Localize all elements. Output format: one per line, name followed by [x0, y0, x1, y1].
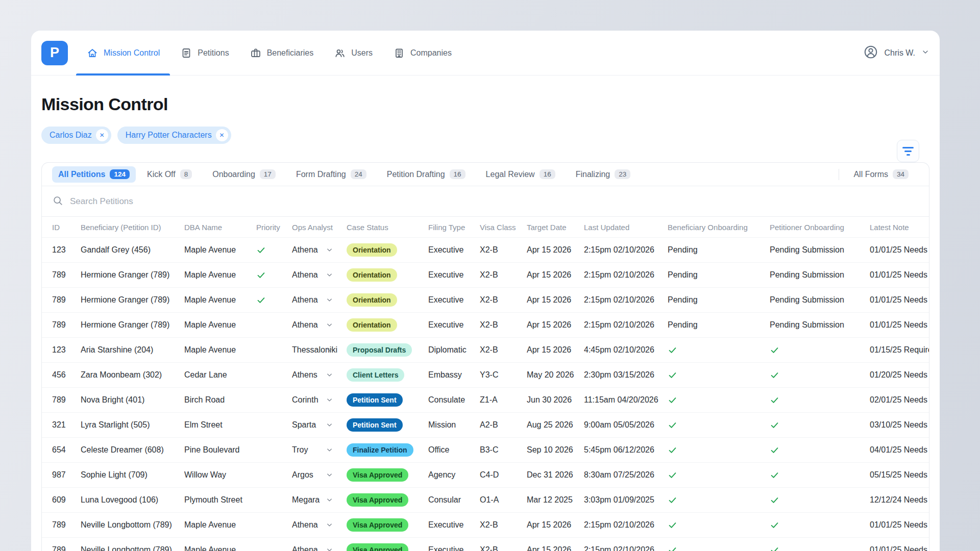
- check-icon: [668, 495, 770, 505]
- last-updated: 5:45pm 06/12/2026: [584, 445, 668, 455]
- ops-analyst-dropdown[interactable]: Athens: [292, 370, 347, 380]
- beneficiary-name: Zara Moonbeam (302): [81, 370, 184, 380]
- last-updated: 11:15am 04/20/2026: [584, 395, 668, 405]
- petitioner-onboarding-cell: Pending Submission: [770, 270, 870, 280]
- nav-item-petitions[interactable]: Petitions: [170, 31, 239, 76]
- dba-name: Maple Avenue: [184, 295, 256, 305]
- app-logo[interactable]: P: [41, 41, 68, 65]
- priority-check-icon: [256, 270, 292, 280]
- dba-name: Willow Way: [184, 470, 256, 480]
- last-updated: 3:03pm 01/09/2025: [584, 495, 668, 505]
- table-row[interactable]: 609 Luna Lovegood (106) Plymouth Street …: [42, 487, 929, 512]
- tab-all-petitions[interactable]: All Petitions 124: [52, 166, 136, 183]
- target-date: Apr 15 2026: [527, 270, 584, 280]
- table-row[interactable]: 654 Celeste Dreamer (608) Pine Boulevard…: [42, 437, 929, 462]
- column-header: Filing Type: [428, 223, 480, 232]
- ops-analyst-dropdown[interactable]: Athena: [292, 245, 347, 255]
- table-row[interactable]: 123 Aria Starshine (204) Maple Avenue Th…: [42, 337, 929, 362]
- ops-analyst-dropdown[interactable]: Athena: [292, 520, 347, 530]
- nav-item-mission-control[interactable]: Mission Control: [76, 31, 170, 76]
- ops-analyst-dropdown[interactable]: Athena: [292, 320, 347, 330]
- beneficiary-onboarding-cell: Pending: [668, 270, 770, 280]
- last-updated: 2:15pm 02/10/2026: [584, 270, 668, 280]
- table-row[interactable]: 456 Zara Moonbeam (302) Cedar Lane Athen…: [42, 362, 929, 387]
- case-status-badge: Proposal Drafts: [347, 343, 412, 357]
- case-status-badge: Visa Approved: [347, 493, 408, 507]
- nav-item-users[interactable]: Users: [324, 31, 383, 76]
- count-badge: 34: [893, 169, 909, 179]
- tab-kick-off[interactable]: Kick Off 8: [141, 166, 198, 183]
- filter-chip[interactable]: Carlos Diaz ✕: [41, 127, 111, 144]
- user-name: Chris W.: [885, 48, 915, 58]
- nav-item-beneficiaries[interactable]: Beneficiaries: [239, 31, 324, 76]
- petition-id: 654: [52, 445, 81, 455]
- ops-analyst-dropdown[interactable]: Athena: [292, 545, 347, 551]
- dba-name: Maple Avenue: [184, 245, 256, 255]
- case-status-badge: Petition Sent: [347, 393, 403, 407]
- case-status-badge: Visa Approved: [347, 468, 408, 482]
- filing-type: Executive: [428, 295, 480, 305]
- table-row[interactable]: 123 Gandalf Grey (456) Maple Avenue Athe…: [42, 237, 929, 262]
- ops-analyst-dropdown[interactable]: Athena: [292, 270, 347, 280]
- latest-note: 01/01/25 Needs to cor: [870, 245, 929, 255]
- table-row[interactable]: 789 Neville Longbottom (789) Maple Avenu…: [42, 537, 929, 551]
- user-menu[interactable]: Chris W.: [863, 44, 929, 62]
- target-date: Apr 15 2026: [527, 520, 584, 530]
- visa-class: Y3-C: [480, 370, 527, 380]
- table-row[interactable]: 789 Neville Longbottom (789) Maple Avenu…: [42, 512, 929, 537]
- latest-note: 01/01/25 Needs to cor: [870, 520, 929, 530]
- beneficiary-name: Luna Lovegood (106): [81, 495, 184, 505]
- tab-onboarding[interactable]: Onboarding 17: [206, 166, 282, 183]
- table-row[interactable]: 789 Nova Bright (401) Birch Road Corinth…: [42, 387, 929, 412]
- ops-analyst-dropdown[interactable]: Troy: [292, 445, 347, 455]
- petition-id: 987: [52, 470, 81, 480]
- filter-lines-icon: [902, 147, 914, 148]
- ops-analyst-dropdown[interactable]: Athena: [292, 295, 347, 305]
- dba-name: Plymouth Street: [184, 495, 256, 505]
- tab-form-drafting[interactable]: Form Drafting 24: [290, 166, 373, 183]
- last-updated: 8:30am 07/25/2026: [584, 470, 668, 480]
- search-input[interactable]: [70, 196, 919, 207]
- table-row[interactable]: 321 Lyra Starlight (505) Elm Street Spar…: [42, 412, 929, 437]
- visa-class: X2-B: [480, 345, 527, 355]
- case-status-badge: Orientation: [347, 268, 397, 282]
- tab-legal-review[interactable]: Legal Review 16: [480, 166, 561, 183]
- ops-analyst-dropdown[interactable]: Corinth: [292, 395, 347, 405]
- count-badge: 124: [110, 169, 130, 179]
- filter-chips: Carlos Diaz ✕ Harry Potter Characters ✕: [41, 127, 929, 144]
- close-icon[interactable]: ✕: [216, 129, 228, 141]
- beneficiary-onboarding-cell: Pending: [668, 245, 770, 255]
- column-header: Target Date: [527, 223, 584, 232]
- ops-analyst-dropdown[interactable]: Thessaloniki: [292, 345, 347, 355]
- filter-button[interactable]: [897, 140, 919, 162]
- close-icon[interactable]: ✕: [96, 129, 108, 141]
- visa-class: A2-B: [480, 420, 527, 430]
- tab-petition-drafting[interactable]: Petition Drafting 16: [381, 166, 472, 183]
- visa-class: X2-B: [480, 520, 527, 530]
- table-row[interactable]: 789 Hermione Granger (789) Maple Avenue …: [42, 287, 929, 312]
- divider: [839, 169, 839, 180]
- chevron-down-icon: [326, 246, 333, 254]
- column-header: Last Updated: [584, 223, 668, 232]
- table-row[interactable]: 987 Sophie Light (709) Willow Way Argos …: [42, 462, 929, 487]
- tab-finalizing[interactable]: Finalizing 23: [570, 166, 637, 183]
- tab-all-forms[interactable]: All Forms 34: [847, 166, 915, 183]
- column-header: Petitioner Onboarding: [770, 223, 870, 232]
- ops-analyst-dropdown[interactable]: Sparta: [292, 420, 347, 430]
- visa-class: X2-B: [480, 295, 527, 305]
- ops-analyst-dropdown[interactable]: Megara: [292, 495, 347, 505]
- beneficiary-name: Aria Starshine (204): [81, 345, 184, 355]
- page-header: Mission Control Carlos Diaz ✕ Harry Pott…: [31, 76, 940, 144]
- table-row[interactable]: 789 Hermione Granger (789) Maple Avenue …: [42, 312, 929, 337]
- count-badge: 24: [351, 169, 366, 179]
- filter-chip[interactable]: Harry Potter Characters ✕: [117, 127, 231, 144]
- table-row[interactable]: 789 Hermione Granger (789) Maple Avenue …: [42, 262, 929, 287]
- petition-id: 609: [52, 495, 81, 505]
- column-header: Case Status: [347, 223, 428, 232]
- petition-id: 789: [52, 395, 81, 405]
- ops-analyst-dropdown[interactable]: Argos: [292, 470, 347, 480]
- nav-item-companies[interactable]: Companies: [383, 31, 462, 76]
- table-header: IDBeneficiary (Petition ID)DBA NamePrior…: [42, 217, 929, 237]
- filing-type: Agency: [428, 470, 480, 480]
- dba-name: Maple Avenue: [184, 520, 256, 530]
